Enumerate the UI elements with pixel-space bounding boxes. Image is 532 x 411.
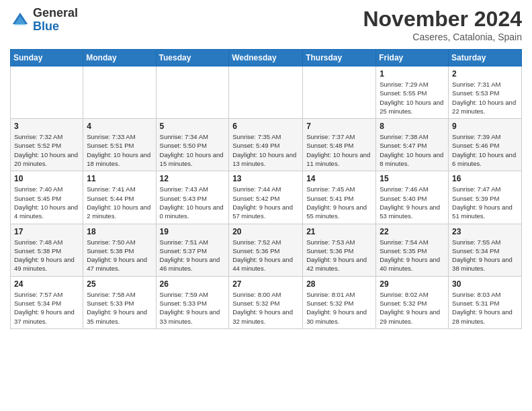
calendar: SundayMondayTuesdayWednesdayThursdayFrid… <box>10 49 522 329</box>
calendar-cell <box>156 66 229 119</box>
day-info: Sunrise: 7:57 AMSunset: 5:34 PMDaylight:… <box>14 290 79 326</box>
calendar-cell: 3Sunrise: 7:32 AMSunset: 5:52 PMDaylight… <box>11 119 83 171</box>
day-number: 29 <box>380 279 445 289</box>
calendar-cell: 2Sunrise: 7:31 AMSunset: 5:53 PMDaylight… <box>449 66 522 119</box>
calendar-cell: 17Sunrise: 7:48 AMSunset: 5:38 PMDayligh… <box>11 224 83 276</box>
day-number: 19 <box>160 227 226 236</box>
calendar-cell: 12Sunrise: 7:43 AMSunset: 5:43 PMDayligh… <box>156 171 229 224</box>
calendar-cell: 29Sunrise: 8:02 AMSunset: 5:32 PMDayligh… <box>376 276 449 328</box>
calendar-cell: 1Sunrise: 7:29 AMSunset: 5:55 PMDaylight… <box>376 66 449 119</box>
day-info: Sunrise: 7:48 AMSunset: 5:38 PMDaylight:… <box>14 238 79 273</box>
calendar-cell <box>83 66 156 119</box>
day-info: Sunrise: 7:45 AMSunset: 5:41 PMDaylight:… <box>306 185 372 220</box>
calendar-cell <box>11 66 83 119</box>
calendar-cell: 5Sunrise: 7:34 AMSunset: 5:50 PMDaylight… <box>156 119 229 171</box>
day-number: 10 <box>14 174 79 183</box>
day-info: Sunrise: 7:47 AMSunset: 5:39 PMDaylight:… <box>452 185 518 220</box>
calendar-cell: 28Sunrise: 8:01 AMSunset: 5:32 PMDayligh… <box>303 276 376 328</box>
day-info: Sunrise: 8:02 AMSunset: 5:32 PMDaylight:… <box>380 290 445 326</box>
calendar-cell <box>303 66 376 119</box>
calendar-cell: 14Sunrise: 7:45 AMSunset: 5:41 PMDayligh… <box>303 171 376 224</box>
weekday-row: SundayMondayTuesdayWednesdayThursdayFrid… <box>11 50 522 66</box>
day-number: 15 <box>380 174 445 183</box>
day-number: 9 <box>452 122 518 131</box>
day-number: 4 <box>87 122 152 131</box>
calendar-week-row: 17Sunrise: 7:48 AMSunset: 5:38 PMDayligh… <box>11 224 522 276</box>
calendar-cell: 30Sunrise: 8:03 AMSunset: 5:31 PMDayligh… <box>449 276 522 328</box>
calendar-cell: 4Sunrise: 7:33 AMSunset: 5:51 PMDaylight… <box>83 119 156 171</box>
day-info: Sunrise: 7:37 AMSunset: 5:48 PMDaylight:… <box>306 132 372 168</box>
title-block: November 2024 Caseres, Catalonia, Spain <box>363 7 522 42</box>
calendar-cell: 21Sunrise: 7:53 AMSunset: 5:36 PMDayligh… <box>303 224 376 276</box>
weekday-header: Tuesday <box>156 50 229 66</box>
calendar-cell: 26Sunrise: 7:59 AMSunset: 5:33 PMDayligh… <box>156 276 229 328</box>
day-number: 21 <box>306 227 372 236</box>
weekday-header: Sunday <box>11 50 83 66</box>
weekday-header: Monday <box>83 50 156 66</box>
day-info: Sunrise: 7:39 AMSunset: 5:46 PMDaylight:… <box>452 132 518 168</box>
calendar-cell: 16Sunrise: 7:47 AMSunset: 5:39 PMDayligh… <box>449 171 522 224</box>
day-number: 24 <box>14 279 79 289</box>
month-title: November 2024 <box>363 7 522 32</box>
day-number: 12 <box>160 174 226 183</box>
day-info: Sunrise: 8:01 AMSunset: 5:32 PMDaylight:… <box>306 290 372 326</box>
weekday-header: Friday <box>376 50 449 66</box>
day-number: 13 <box>232 174 299 183</box>
calendar-cell: 11Sunrise: 7:41 AMSunset: 5:44 PMDayligh… <box>83 171 156 224</box>
day-info: Sunrise: 7:38 AMSunset: 5:47 PMDaylight:… <box>380 132 445 168</box>
day-info: Sunrise: 8:03 AMSunset: 5:31 PMDaylight:… <box>452 290 518 326</box>
day-number: 22 <box>380 227 445 236</box>
day-info: Sunrise: 7:35 AMSunset: 5:49 PMDaylight:… <box>232 132 299 168</box>
day-number: 17 <box>14 227 79 236</box>
calendar-cell: 7Sunrise: 7:37 AMSunset: 5:48 PMDaylight… <box>303 119 376 171</box>
day-info: Sunrise: 7:50 AMSunset: 5:38 PMDaylight:… <box>87 238 152 273</box>
calendar-cell: 6Sunrise: 7:35 AMSunset: 5:49 PMDaylight… <box>229 119 303 171</box>
day-info: Sunrise: 8:00 AMSunset: 5:32 PMDaylight:… <box>232 290 299 326</box>
calendar-body: 1Sunrise: 7:29 AMSunset: 5:55 PMDaylight… <box>11 66 522 329</box>
day-number: 16 <box>452 174 518 183</box>
day-info: Sunrise: 7:54 AMSunset: 5:35 PMDaylight:… <box>380 238 445 273</box>
day-number: 5 <box>160 122 226 131</box>
calendar-cell: 20Sunrise: 7:52 AMSunset: 5:36 PMDayligh… <box>229 224 303 276</box>
calendar-cell <box>229 66 303 119</box>
day-number: 11 <box>87 174 152 183</box>
day-info: Sunrise: 7:51 AMSunset: 5:37 PMDaylight:… <box>160 238 226 273</box>
day-number: 8 <box>380 122 445 131</box>
day-info: Sunrise: 7:43 AMSunset: 5:43 PMDaylight:… <box>160 185 226 220</box>
calendar-cell: 15Sunrise: 7:46 AMSunset: 5:40 PMDayligh… <box>376 171 449 224</box>
day-info: Sunrise: 7:55 AMSunset: 5:34 PMDaylight:… <box>452 238 518 273</box>
calendar-cell: 8Sunrise: 7:38 AMSunset: 5:47 PMDaylight… <box>376 119 449 171</box>
calendar-cell: 19Sunrise: 7:51 AMSunset: 5:37 PMDayligh… <box>156 224 229 276</box>
calendar-cell: 23Sunrise: 7:55 AMSunset: 5:34 PMDayligh… <box>449 224 522 276</box>
day-info: Sunrise: 7:34 AMSunset: 5:50 PMDaylight:… <box>160 132 226 168</box>
day-number: 27 <box>232 279 299 289</box>
day-info: Sunrise: 7:44 AMSunset: 5:42 PMDaylight:… <box>232 185 299 220</box>
calendar-week-row: 3Sunrise: 7:32 AMSunset: 5:52 PMDaylight… <box>11 119 522 171</box>
logo-icon <box>10 10 30 30</box>
day-info: Sunrise: 7:46 AMSunset: 5:40 PMDaylight:… <box>380 185 445 220</box>
calendar-week-row: 24Sunrise: 7:57 AMSunset: 5:34 PMDayligh… <box>11 276 522 328</box>
day-info: Sunrise: 7:40 AMSunset: 5:45 PMDaylight:… <box>14 185 79 220</box>
day-number: 2 <box>452 69 518 79</box>
day-number: 7 <box>306 122 372 131</box>
calendar-cell: 9Sunrise: 7:39 AMSunset: 5:46 PMDaylight… <box>449 119 522 171</box>
day-info: Sunrise: 7:59 AMSunset: 5:33 PMDaylight:… <box>160 290 226 326</box>
page-container: General Blue November 2024 Caseres, Cata… <box>0 0 532 336</box>
day-info: Sunrise: 7:41 AMSunset: 5:44 PMDaylight:… <box>87 185 152 220</box>
day-number: 26 <box>160 279 226 289</box>
day-info: Sunrise: 7:29 AMSunset: 5:55 PMDaylight:… <box>380 80 445 116</box>
logo-text: General Blue <box>33 7 78 34</box>
day-info: Sunrise: 7:33 AMSunset: 5:51 PMDaylight:… <box>87 132 152 168</box>
calendar-cell: 13Sunrise: 7:44 AMSunset: 5:42 PMDayligh… <box>229 171 303 224</box>
day-info: Sunrise: 7:58 AMSunset: 5:33 PMDaylight:… <box>87 290 152 326</box>
day-number: 23 <box>452 227 518 236</box>
weekday-header: Thursday <box>303 50 376 66</box>
day-info: Sunrise: 7:53 AMSunset: 5:36 PMDaylight:… <box>306 238 372 273</box>
day-number: 28 <box>306 279 372 289</box>
calendar-cell: 18Sunrise: 7:50 AMSunset: 5:38 PMDayligh… <box>83 224 156 276</box>
day-number: 1 <box>380 69 445 79</box>
day-number: 20 <box>232 227 299 236</box>
logo: General Blue <box>10 7 78 34</box>
weekday-header: Wednesday <box>229 50 303 66</box>
calendar-week-row: 1Sunrise: 7:29 AMSunset: 5:55 PMDaylight… <box>11 66 522 119</box>
